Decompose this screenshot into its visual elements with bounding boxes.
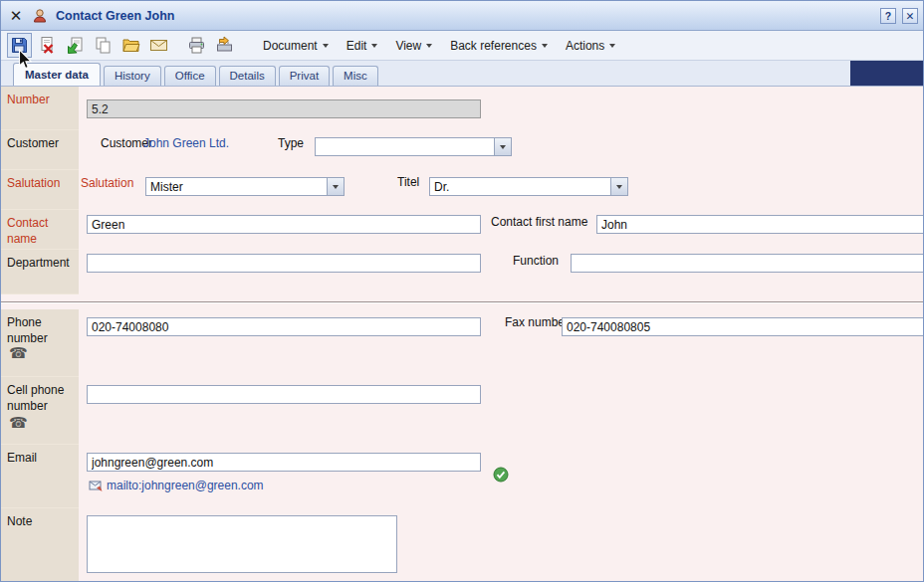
- salutation-select[interactable]: Mister: [145, 177, 345, 196]
- tab-master-data[interactable]: Master data: [13, 63, 101, 86]
- valid-check-icon: [493, 467, 509, 486]
- mailto-icon: [89, 479, 103, 492]
- close-button[interactable]: ✕: [902, 8, 918, 24]
- contact-first-name-input[interactable]: [596, 215, 924, 234]
- function-input[interactable]: [571, 254, 924, 273]
- mailto-link-text: mailto:johngreen@green.com: [107, 479, 264, 492]
- help-button[interactable]: ?: [880, 8, 896, 24]
- type-select-value: [316, 138, 494, 155]
- titel-label: Titel: [397, 175, 419, 189]
- tab-history[interactable]: History: [104, 66, 161, 86]
- salutation-field-label: Salutation: [81, 176, 133, 190]
- fax-button[interactable]: [212, 33, 237, 58]
- department-row-label: Department: [1, 250, 79, 294]
- customer-row-label: Customer: [1, 130, 79, 170]
- open-folder-icon: [121, 36, 140, 55]
- menu-actions[interactable]: Actions: [557, 35, 624, 57]
- phone-row-label-cell: Phone number ☎: [1, 309, 79, 377]
- tab-bar-right-panel: [850, 61, 923, 86]
- copy-button[interactable]: [91, 33, 116, 58]
- menu-view-label: View: [395, 39, 421, 53]
- chevron-down-icon: [323, 44, 329, 48]
- save-button[interactable]: [7, 33, 32, 58]
- import-button[interactable]: [63, 33, 88, 58]
- form-row-contact-name: Contact name Contact first name: [1, 210, 923, 250]
- menu-edit[interactable]: Edit: [338, 35, 387, 57]
- email-input[interactable]: [87, 453, 481, 472]
- contact-first-name-label: Contact first name: [491, 215, 587, 229]
- phone-icon[interactable]: ☎: [9, 345, 28, 360]
- contact-window: ✕ Contact Green John ? ✕: [0, 0, 924, 582]
- form-row-salutation: Salutation Salutation Mister Titel Dr.: [1, 170, 923, 210]
- chevron-down-icon[interactable]: [327, 178, 344, 195]
- phone-icon[interactable]: ☎: [9, 415, 28, 430]
- form-row-department: Department Function: [1, 250, 923, 294]
- copy-icon: [94, 36, 113, 55]
- mailto-link[interactable]: mailto:johngreen@green.com: [89, 479, 264, 492]
- cell-phone-input[interactable]: [87, 385, 481, 404]
- master-data-form: Number Customer Customer John Green Ltd.…: [1, 87, 923, 582]
- print-icon: [187, 36, 206, 55]
- salutation-row-label: Salutation: [1, 170, 79, 210]
- separator-line: [1, 301, 923, 303]
- tab-bar: Master data History Office Details Priva…: [1, 61, 923, 87]
- titel-select[interactable]: Dr.: [429, 177, 628, 196]
- chevron-down-icon: [609, 44, 615, 48]
- department-input[interactable]: [87, 254, 481, 273]
- title-bar: ✕ Contact Green John ? ✕: [1, 1, 923, 31]
- phone-input[interactable]: [87, 317, 481, 336]
- tab-privat[interactable]: Privat: [279, 66, 330, 86]
- delete-icon: [38, 36, 57, 55]
- save-icon: [10, 36, 29, 55]
- menu-edit-label: Edit: [346, 39, 367, 53]
- menu-document[interactable]: Document: [254, 35, 338, 57]
- form-row-email: Email mailto:johngreen@green.com: [1, 445, 923, 508]
- import-icon: [66, 36, 85, 55]
- mail-icon: [149, 36, 168, 55]
- chevron-down-icon[interactable]: [610, 178, 627, 195]
- email-row-label: Email: [1, 445, 79, 508]
- contact-name-row-label: Contact name: [1, 210, 79, 250]
- form-row-number: Number: [1, 87, 923, 130]
- cell-phone-row-label: Cell phone number: [7, 383, 64, 413]
- contact-name-input[interactable]: [87, 215, 481, 234]
- menu-view[interactable]: View: [386, 35, 441, 57]
- form-row-phone: Phone number ☎ Fax number: [1, 309, 923, 377]
- contact-icon: [32, 8, 48, 24]
- delete-button[interactable]: [35, 33, 60, 58]
- note-textarea[interactable]: [87, 515, 397, 573]
- open-folder-button[interactable]: [118, 33, 143, 58]
- close-window-icon[interactable]: ✕: [6, 6, 26, 26]
- function-label: Function: [513, 254, 559, 268]
- print-button[interactable]: [184, 33, 209, 58]
- type-label: Type: [278, 136, 304, 150]
- cell-phone-row-label-cell: Cell phone number ☎: [1, 377, 79, 445]
- form-row-customer: Customer Customer John Green Ltd. Type: [1, 130, 923, 170]
- menu-back-references[interactable]: Back references: [441, 35, 557, 57]
- form-row-cell-phone: Cell phone number ☎: [1, 377, 923, 445]
- menu-bar: Document Edit View Back references Actio…: [254, 35, 624, 57]
- menu-back-references-label: Back references: [450, 39, 537, 53]
- type-select[interactable]: [315, 137, 512, 156]
- menu-actions-label: Actions: [566, 39, 604, 53]
- form-row-note: Note: [1, 508, 923, 582]
- form-separator: [1, 294, 923, 309]
- salutation-select-value: Mister: [146, 178, 327, 195]
- number-row-label: Number: [1, 87, 79, 130]
- number-input: [87, 99, 481, 118]
- tab-misc[interactable]: Misc: [333, 66, 378, 86]
- chevron-down-icon: [542, 44, 548, 48]
- fax-number-input[interactable]: [562, 317, 924, 336]
- customer-link[interactable]: John Green Ltd.: [143, 136, 229, 150]
- note-row-label: Note: [1, 508, 79, 582]
- window-title: Contact Green John: [56, 9, 174, 23]
- chevron-down-icon: [371, 44, 377, 48]
- phone-row-label: Phone number: [7, 315, 48, 345]
- chevron-down-icon[interactable]: [494, 138, 511, 155]
- mail-button[interactable]: [146, 33, 171, 58]
- chevron-down-icon: [426, 44, 432, 48]
- fax-icon: [215, 36, 234, 55]
- tab-details[interactable]: Details: [219, 66, 276, 86]
- tab-office[interactable]: Office: [164, 66, 216, 86]
- toolbar: Document Edit View Back references Actio…: [1, 31, 923, 61]
